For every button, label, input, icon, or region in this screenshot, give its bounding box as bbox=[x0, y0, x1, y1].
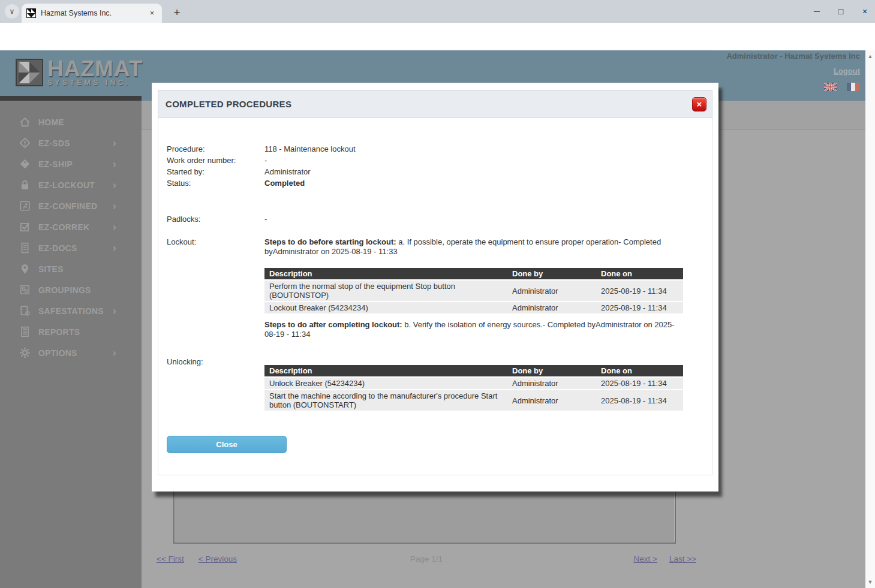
chevron-right-icon: › bbox=[113, 179, 116, 191]
hazmat-logo-icon bbox=[16, 59, 43, 86]
tab-search-chevron-icon[interactable]: ∨ bbox=[5, 4, 19, 19]
chevron-right-icon: › bbox=[113, 221, 116, 233]
pagination-page-label: Page 1/1 bbox=[157, 554, 696, 563]
diamond-icon bbox=[19, 158, 31, 170]
browser-tab[interactable]: Hazmat Systems Inc. × bbox=[22, 4, 162, 23]
started-by-value: Administrator bbox=[264, 166, 311, 177]
after-steps-text: Steps to do after completing lockout: b.… bbox=[264, 320, 684, 339]
sidebar-item-ez-ship[interactable]: EZ-SHIP › bbox=[0, 153, 142, 174]
confined-space-icon bbox=[19, 200, 31, 212]
field-started-by: Started by: Administrator bbox=[167, 166, 703, 177]
grouping-icon bbox=[19, 284, 31, 296]
page-scrollbar[interactable]: ▲ ▼ bbox=[865, 50, 875, 588]
procedure-value: 118 - Maintenance lockout bbox=[264, 143, 356, 155]
table-row: Start the machine according to the manuf… bbox=[264, 390, 683, 411]
before-steps-text: Steps to do before starting lockout: a. … bbox=[264, 237, 690, 256]
home-icon bbox=[19, 116, 31, 128]
document-icon bbox=[19, 242, 31, 254]
brand-title: HAZMAT bbox=[47, 59, 143, 79]
sidebar-item-groupings[interactable]: GROUPINGS bbox=[0, 279, 142, 300]
scroll-up-icon[interactable]: ▲ bbox=[865, 52, 875, 61]
pagination-bar: << First < Previous Page 1/1 Next > Last… bbox=[157, 554, 696, 565]
sidebar-item-ez-confined[interactable]: EZ-CONFINED › bbox=[0, 195, 142, 216]
table-row: Lockout Breaker (54234234) Administrator… bbox=[264, 301, 683, 314]
table-row: Unlock Breaker (54234234) Administrator … bbox=[264, 377, 683, 390]
chevron-right-icon: › bbox=[113, 137, 116, 149]
chevron-right-icon: › bbox=[113, 158, 116, 170]
checkbox-icon bbox=[19, 221, 31, 233]
sidebar-item-ez-correk[interactable]: EZ-CORREK › bbox=[0, 216, 142, 237]
work-order-value: - bbox=[264, 155, 267, 166]
table-row: Perform the normal stop of the equipment… bbox=[264, 280, 683, 301]
status-value: Completed bbox=[264, 177, 305, 189]
sidebar-item-ez-docs[interactable]: EZ-DOCS › bbox=[0, 237, 142, 258]
modal-close-icon[interactable]: × bbox=[692, 97, 706, 111]
modal-body: Procedure: 118 - Maintenance lockout Wor… bbox=[158, 118, 712, 475]
pagination-next-link[interactable]: Next > bbox=[634, 554, 657, 563]
unlocking-label: Unlocking: bbox=[167, 357, 264, 412]
sidebar-item-safestations[interactable]: SAFESTATIONS › bbox=[0, 300, 142, 321]
sidebar-item-reports[interactable]: REPORTS bbox=[0, 321, 142, 342]
logged-in-user-label: Administrator - Hazmat Systems Inc bbox=[726, 52, 860, 61]
sidebar-item-ez-sds[interactable]: EZ-SDS › bbox=[0, 132, 142, 153]
chevron-right-icon: › bbox=[113, 347, 116, 359]
new-tab-button[interactable]: + bbox=[169, 5, 185, 20]
field-status: Status: Completed bbox=[167, 177, 703, 189]
sidebar-nav: HOME EZ-SDS › EZ-SHIP › EZ-LOCKOUT › EZ-… bbox=[0, 101, 142, 588]
chevron-right-icon: › bbox=[113, 200, 116, 212]
diamond-alert-icon bbox=[19, 137, 31, 149]
window-close-icon[interactable]: × bbox=[861, 7, 869, 16]
browser-tab-strip: ∨ Hazmat Systems Inc. × + ─ □ × bbox=[0, 0, 875, 23]
window-controls: ─ □ × bbox=[813, 0, 869, 23]
modal-title: COMPLETED PROCEDURES bbox=[166, 99, 692, 109]
report-icon bbox=[19, 326, 31, 338]
brand-subtitle: SYSTEMS INC. bbox=[47, 79, 143, 87]
browser-toolbar: ← → ↻ ⌂ hazmatsystems.com/ ☆ h H ⋮ bbox=[0, 23, 875, 50]
tab-close-icon[interactable]: × bbox=[147, 8, 157, 19]
lock-icon bbox=[19, 179, 31, 191]
lockout-section: Lockout: Steps to do before starting loc… bbox=[167, 237, 703, 315]
brand-logo-block: HAZMAT SYSTEMS INC. bbox=[16, 59, 143, 87]
map-pin-icon bbox=[19, 263, 31, 275]
lockout-label: Lockout: bbox=[167, 237, 264, 315]
field-procedure: Procedure: 118 - Maintenance lockout bbox=[167, 143, 703, 155]
english-flag-icon[interactable] bbox=[824, 83, 837, 91]
french-flag-icon[interactable] bbox=[847, 83, 859, 91]
padlocks-value: - bbox=[264, 213, 267, 225]
window-maximize-icon[interactable]: □ bbox=[837, 7, 845, 16]
sidebar-item-home[interactable]: HOME bbox=[0, 111, 142, 132]
chevron-right-icon: › bbox=[113, 305, 116, 317]
gear-icon bbox=[19, 347, 31, 359]
sidebar-item-options[interactable]: OPTIONS › bbox=[0, 342, 142, 363]
sidebar-item-ez-lockout[interactable]: EZ-LOCKOUT › bbox=[0, 174, 142, 195]
tab-title: Hazmat Systems Inc. bbox=[41, 9, 147, 17]
window-minimize-icon[interactable]: ─ bbox=[813, 7, 821, 16]
site-favicon bbox=[26, 8, 36, 18]
unlocking-section: Unlocking: Description Done by Done on U… bbox=[167, 357, 703, 412]
completed-procedures-modal: COMPLETED PROCEDURES × Procedure: 118 - … bbox=[152, 83, 718, 491]
chevron-right-icon: › bbox=[113, 242, 116, 254]
sidebar-top-accent bbox=[0, 96, 142, 101]
safestation-icon bbox=[19, 305, 31, 317]
unlocking-steps-table: Description Done by Done on Unlock Break… bbox=[264, 365, 683, 412]
pagination-last-link[interactable]: Last >> bbox=[669, 554, 696, 563]
sidebar-item-sites[interactable]: SITES bbox=[0, 258, 142, 279]
scroll-down-icon[interactable]: ▼ bbox=[865, 577, 875, 587]
lockout-steps-table: Description Done by Done on Perform the … bbox=[264, 268, 683, 315]
field-padlocks: Padlocks: - bbox=[167, 213, 703, 225]
logout-link[interactable]: Logout bbox=[834, 67, 860, 76]
close-button[interactable]: Close bbox=[167, 436, 287, 453]
modal-titlebar: COMPLETED PROCEDURES × bbox=[158, 90, 712, 118]
field-work-order: Work order number: - bbox=[167, 155, 703, 166]
